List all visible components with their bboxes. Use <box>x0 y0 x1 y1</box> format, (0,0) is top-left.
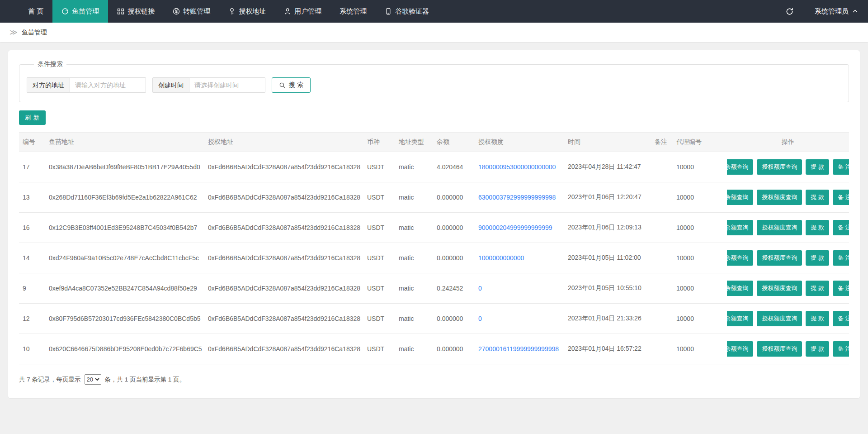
remark-button[interactable]: 备 注 <box>833 220 849 235</box>
allowance-query-button[interactable]: 授权额度查询 <box>757 250 802 266</box>
table-row: 140xd24F960aF9a10B5c02e748E7cAcCbd8C11cb… <box>19 243 849 273</box>
cell-time: 2023年01月06日 12:09:13 <box>564 213 651 243</box>
nav-right: 系统管理员 <box>785 7 868 16</box>
cell-actions: 余额查询授权额度查询提 款备 注 <box>727 334 849 364</box>
grid-link-icon <box>117 8 124 15</box>
column-header: 备注 <box>651 133 673 152</box>
cell-remark <box>651 182 673 213</box>
balance-query-button[interactable]: 余额查询 <box>727 311 753 326</box>
nav-item-label: 授权链接 <box>127 7 155 16</box>
cell-time: 2023年01月05日 10:55:10 <box>564 273 651 304</box>
cell-fry-address: 0x80F795d6B57203017cd936FEc5842380C0BCd5… <box>45 304 204 334</box>
cell-currency: USDT <box>363 273 395 304</box>
remark-button[interactable]: 备 注 <box>833 341 849 357</box>
nav-item-1[interactable]: 鱼苗管理 <box>52 0 108 23</box>
allowance-query-button[interactable]: 授权额度查询 <box>757 220 802 235</box>
allowance-link[interactable]: 0 <box>478 285 482 292</box>
cell-agent: 10000 <box>673 182 727 213</box>
user-name: 系统管理员 <box>815 7 849 16</box>
cell-currency: USDT <box>363 334 395 364</box>
balance-query-button[interactable]: 余额查询 <box>727 159 753 175</box>
user-menu[interactable]: 系统管理员 <box>815 7 858 16</box>
refresh-icon[interactable] <box>785 7 794 16</box>
withdraw-button[interactable]: 提 款 <box>806 190 829 205</box>
balance-query-button[interactable]: 余额查询 <box>727 281 753 296</box>
peer-address-input[interactable] <box>70 77 146 93</box>
pagination: 共 7 条记录，每页显示 20 条，共 1 页当前显示第 1 页。 <box>19 374 849 385</box>
allowance-link[interactable]: 1800000953000000000000 <box>478 163 556 171</box>
withdraw-button[interactable]: 提 款 <box>806 281 829 296</box>
search-panel-legend: 条件搜索 <box>34 60 66 68</box>
page-size-select[interactable]: 20 <box>85 374 101 385</box>
allowance-query-button[interactable]: 授权额度查询 <box>757 190 802 205</box>
nav-item-6[interactable]: 系统管理 <box>330 0 376 23</box>
create-time-label: 创建时间 <box>152 77 189 93</box>
cell-time: 2023年01月04日 21:33:26 <box>564 304 651 334</box>
cell-allowance: 1000000000000 <box>475 243 564 273</box>
cell-agent: 10000 <box>673 273 727 304</box>
cell-allowance: 0 <box>475 273 564 304</box>
chevron-up-icon <box>852 8 858 15</box>
allowance-query-button[interactable]: 授权额度查询 <box>757 341 802 357</box>
nav-item-3[interactable]: 转账管理 <box>164 0 219 23</box>
balance-query-button[interactable]: 余额查询 <box>727 190 753 205</box>
cell-actions: 余额查询授权额度查询提 款备 注 <box>727 213 849 243</box>
remark-button[interactable]: 备 注 <box>833 190 849 205</box>
refresh-list-button[interactable]: 刷 新 <box>19 110 46 125</box>
withdraw-button[interactable]: 提 款 <box>806 220 829 235</box>
nav-item-label: 系统管理 <box>340 7 367 16</box>
cell-currency: USDT <box>363 304 395 334</box>
content-card: 条件搜索 对方的地址 创建时间 搜 索 刷 新 <box>8 50 860 399</box>
nav-item-5[interactable]: 用户管理 <box>275 0 330 23</box>
cell-id: 12 <box>19 304 45 334</box>
nav-item-label: 转账管理 <box>183 7 210 16</box>
remark-button[interactable]: 备 注 <box>833 250 849 266</box>
yen-circle-icon <box>173 8 180 15</box>
search-button[interactable]: 搜 索 <box>272 77 311 93</box>
allowance-query-button[interactable]: 授权额度查询 <box>757 281 802 296</box>
cell-time: 2023年04月28日 11:42:47 <box>564 152 651 182</box>
nav-item-7[interactable]: 谷歌验证器 <box>376 0 438 23</box>
cell-fry-address: 0x12C9B3E03ff4001Ed3E95248B7C45034f0B542… <box>45 213 204 243</box>
withdraw-button[interactable]: 提 款 <box>806 311 829 326</box>
withdraw-button[interactable]: 提 款 <box>806 159 829 175</box>
nav-item-2[interactable]: 授权链接 <box>108 0 164 23</box>
table-row: 160x12C9B3E03ff4001Ed3E95248B7C45034f0B5… <box>19 213 849 243</box>
search-button-label: 搜 索 <box>289 81 303 89</box>
remark-button[interactable]: 备 注 <box>833 311 849 326</box>
search-icon <box>279 82 286 89</box>
allowance-link[interactable]: 6300003792999999999998 <box>478 194 556 201</box>
nav-item-0[interactable]: 首 页 <box>19 0 52 23</box>
allowance-link[interactable]: 0 <box>478 315 482 322</box>
remark-button[interactable]: 备 注 <box>833 281 849 296</box>
cell-auth-address: 0xFd6B6B5ADdCdF328A087a854f23dd9216Ca183… <box>204 213 363 243</box>
allowance-link[interactable]: 900000204999999999999 <box>478 224 552 231</box>
balance-query-button[interactable]: 余额查询 <box>727 220 753 235</box>
cell-id: 10 <box>19 334 45 364</box>
cell-fry-address: 0x268Dd71160F36Ef3b69fd5Ee2a1b62822A961C… <box>45 182 204 213</box>
cell-fry-address: 0xd24F960aF9a10B5c02e748E7cAcCbd8C11cbcF… <box>45 243 204 273</box>
allowance-query-button[interactable]: 授权额度查询 <box>757 311 802 326</box>
create-time-input[interactable] <box>189 77 265 93</box>
cell-balance: 0.242452 <box>433 273 475 304</box>
allowance-link[interactable]: 27000016119999999999998 <box>478 345 559 353</box>
column-header: 操作 <box>727 133 849 152</box>
remark-button[interactable]: 备 注 <box>833 159 849 175</box>
peer-address-label: 对方的地址 <box>27 77 70 93</box>
balance-query-button[interactable]: 余额查询 <box>727 250 753 266</box>
cell-allowance: 0 <box>475 304 564 334</box>
cell-remark <box>651 273 673 304</box>
withdraw-button[interactable]: 提 款 <box>806 341 829 357</box>
nav-item-4[interactable]: 授权地址 <box>219 0 275 23</box>
cell-chain: matic <box>395 273 433 304</box>
cell-id: 9 <box>19 273 45 304</box>
cell-auth-address: 0xFd6B6B5ADdCdF328A087a854f23dd9216Ca183… <box>204 243 363 273</box>
cell-chain: matic <box>395 304 433 334</box>
nav-item-label: 首 页 <box>28 7 43 16</box>
withdraw-button[interactable]: 提 款 <box>806 250 829 266</box>
cell-currency: USDT <box>363 182 395 213</box>
allowance-query-button[interactable]: 授权额度查询 <box>757 159 802 175</box>
balance-query-button[interactable]: 余额查询 <box>727 341 753 357</box>
cell-auth-address: 0xFd6B6B5ADdCdF328A087a854f23dd9216Ca183… <box>204 304 363 334</box>
allowance-link[interactable]: 1000000000000 <box>478 254 524 262</box>
